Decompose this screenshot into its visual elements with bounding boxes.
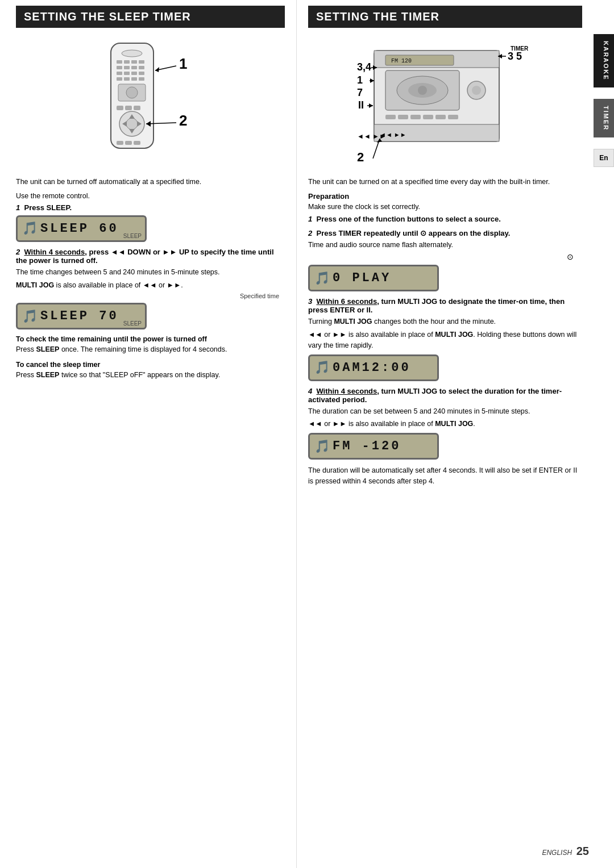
- left-step2-heading: 2 Within 4 seconds, press ◄◄ DOWN or ►► …: [16, 248, 285, 265]
- right-diagram-svg: FM 120 ◄◄ ►► 3 5 TIMER 3,4: [357, 39, 533, 167]
- svg-rect-4: [131, 60, 137, 64]
- cancel-text: Press SLEEP twice so that "SLEEP oFF" ap…: [16, 370, 285, 381]
- lcd2-small: SLEEP: [123, 320, 142, 327]
- right-lcd4-display: 🎵 FM -120: [308, 433, 439, 460]
- svg-text:2: 2: [357, 150, 364, 164]
- left-intro: The unit can be turned off automatically…: [16, 177, 285, 187]
- left-diagram: 1 2: [16, 35, 285, 171]
- left-step2-detail2: MULTI JOG is also available in place of …: [16, 280, 285, 291]
- left-step2-detail1: The time changes between 5 and 240 minut…: [16, 267, 285, 278]
- right-lcd3-display: 🎵 0AM12:00: [308, 354, 439, 381]
- svg-text:3 5: 3 5: [508, 51, 522, 62]
- right-lcd4-wrapper: 🎵 FM -120: [308, 433, 582, 460]
- left-step1: 1 Press SLEEP. 🎵 SLEEP 60 SLEEP: [16, 203, 285, 242]
- en-tab: En: [594, 149, 614, 167]
- right-step3-detail2: ◄◄ or ►► is also available in place of M…: [308, 329, 582, 351]
- cancel-timer: To cancel the sleep timer Press SLEEP tw…: [16, 361, 285, 381]
- svg-rect-6: [117, 66, 122, 69]
- prep-heading: Preparation: [308, 192, 582, 201]
- specified-time-label: Specified time: [16, 293, 279, 299]
- right-diagram: FM 120 ◄◄ ►► 3 5 TIMER 3,4: [308, 35, 582, 171]
- clock-symbol: ⊙: [308, 252, 574, 261]
- svg-point-1: [122, 50, 142, 57]
- right-lcd2-display: 🎵 0 PLAY: [308, 265, 439, 291]
- svg-text:FM  120: FM 120: [391, 58, 412, 64]
- svg-rect-48: [435, 115, 446, 119]
- svg-rect-49: [448, 115, 458, 119]
- svg-text:2: 2: [179, 112, 187, 129]
- right-step2-detail: Time and audio source name flash alterna…: [308, 240, 582, 251]
- right-step3-heading: 3 Within 6 seconds, turn MULTI JOG to de…: [308, 297, 582, 314]
- svg-rect-20: [117, 106, 123, 110]
- svg-rect-44: [385, 115, 396, 119]
- right-step1: 1 Press one of the function buttons to s…: [308, 215, 582, 223]
- use-remote: Use the remote control.: [16, 192, 285, 200]
- svg-rect-8: [131, 66, 137, 69]
- left-diagram-svg: 1 2: [60, 37, 242, 168]
- step1-label: Press SLEEP.: [24, 203, 72, 212]
- svg-rect-9: [139, 66, 144, 69]
- svg-marker-34: [155, 67, 159, 72]
- svg-rect-13: [139, 72, 144, 75]
- left-step2: 2 Within 4 seconds, press ◄◄ DOWN or ►► …: [16, 248, 285, 330]
- right-lcd3-wrapper: 🎵 0AM12:00: [308, 354, 582, 381]
- right-lcd3-icon: 🎵: [314, 360, 330, 375]
- right-step4-detail1: The duration can be set between 5 and 24…: [308, 406, 582, 417]
- karaoke-tab: KARAOKE: [594, 34, 614, 87]
- lcd1-text: SLEEP 60: [40, 222, 119, 236]
- right-lcd2-wrapper: 🎵 0 PLAY: [308, 265, 582, 291]
- prep-text: Make sure the clock is set correctly.: [308, 202, 582, 212]
- right-intro: The unit can be turned on at a specified…: [308, 177, 582, 187]
- page-footer: ENGLISH 25: [542, 845, 589, 858]
- right-step3: 3 Within 6 seconds, turn MULTI JOG to de…: [308, 297, 582, 381]
- page-number: 25: [576, 845, 589, 857]
- footer-note: The duration will be automatically set a…: [308, 465, 582, 487]
- svg-rect-17: [139, 77, 144, 81]
- left-column: SETTING THE SLEEP TIMER: [0, 0, 297, 868]
- lcd2-icon: 🎵: [22, 309, 38, 324]
- right-lcd2-icon: 🎵: [314, 271, 330, 286]
- svg-text:TIMER: TIMER: [511, 45, 529, 52]
- side-tabs: KARAOKE TIMER En: [594, 0, 614, 868]
- timer-side-tab: TIMER: [594, 99, 614, 137]
- svg-rect-5: [139, 60, 144, 64]
- svg-rect-10: [117, 72, 122, 75]
- check-text: Press SLEEP once. The remaining time is …: [16, 344, 285, 355]
- right-step4: 4 Within 4 seconds, turn MULTI JOG to se…: [308, 387, 582, 460]
- right-lcd4-icon: 🎵: [314, 439, 330, 454]
- svg-rect-30: [125, 141, 132, 145]
- right-lcd3-text: 0AM12:00: [333, 361, 411, 375]
- svg-text:1: 1: [179, 55, 187, 72]
- svg-rect-11: [124, 72, 130, 75]
- svg-rect-12: [131, 72, 137, 75]
- right-lcd4-text: FM -120: [333, 439, 401, 453]
- right-lcd2-text: 0 PLAY: [333, 271, 391, 285]
- svg-text:3,4: 3,4: [357, 61, 371, 73]
- columns: SETTING THE SLEEP TIMER: [0, 0, 594, 868]
- svg-marker-69: [369, 103, 373, 108]
- svg-rect-15: [124, 77, 130, 81]
- svg-point-51: [472, 86, 481, 95]
- english-label: ENGLISH: [542, 849, 572, 857]
- svg-point-43: [418, 86, 427, 95]
- svg-rect-16: [131, 77, 137, 81]
- right-section-title: SETTING THE TIMER: [308, 6, 582, 28]
- svg-rect-7: [124, 66, 130, 69]
- check-time: To check the time remaining until the po…: [16, 335, 285, 355]
- svg-point-24: [126, 118, 138, 130]
- right-step4-detail2: ◄◄ or ►► is also available in place of M…: [308, 419, 582, 429]
- svg-rect-47: [423, 115, 433, 119]
- right-step4-heading: 4 Within 4 seconds, turn MULTI JOG to se…: [308, 387, 582, 404]
- svg-marker-65: [370, 78, 374, 83]
- right-step2: 2 Press TIMER repeatedly until ⊙ appears…: [308, 229, 582, 292]
- svg-rect-22: [134, 106, 140, 110]
- svg-point-19: [126, 87, 138, 98]
- svg-text:II: II: [358, 99, 364, 111]
- svg-text:1: 1: [357, 74, 363, 86]
- left-section-title: SETTING THE SLEEP TIMER: [16, 6, 285, 28]
- main-content: SETTING THE SLEEP TIMER: [0, 0, 594, 868]
- lcd2-text: SLEEP 70: [40, 309, 119, 323]
- svg-text:◄◄ ►►: ◄◄ ►►: [357, 132, 386, 140]
- check-heading: To check the time remaining until the po…: [16, 335, 285, 343]
- svg-rect-2: [117, 60, 122, 64]
